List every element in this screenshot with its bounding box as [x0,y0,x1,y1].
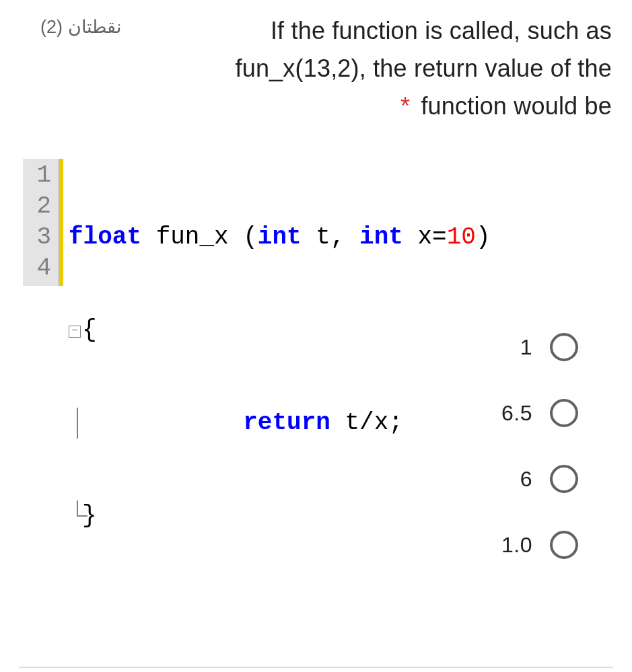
required-star-icon: * [400,92,410,120]
code-keyword: int [258,223,302,251]
code-line: float fun_x (int t, int x=10) [69,222,608,253]
code-number: 10 [447,223,476,251]
code-keyword: int [359,223,403,251]
divider [19,667,613,668]
code-snippet: 1 2 3 4 float fun_x (int t, int x=10) −{… [23,158,608,286]
code-text: t/x; [330,409,403,437]
code-brace: { [82,316,97,344]
fold-line-icon [77,500,78,517]
code-gutter: 1 2 3 4 [23,159,59,286]
question-line-1: If the function is called, such as [271,17,612,44]
code-line: -} [69,500,608,531]
fold-collapse-icon[interactable]: − [69,326,81,338]
question-line-2: fun_x(13,2), the return value of the [235,54,612,82]
code-keyword: float [69,223,141,251]
gutter-line: 2 [23,191,51,222]
code-keyword: return [243,409,330,437]
code-indent [69,409,243,437]
code-text: t, [302,223,359,251]
question-card: If the function is called, such as fun_x… [0,0,632,559]
question-line-3: function would be [421,92,612,120]
code-text: fun_x ( [141,223,258,251]
points-label: نقطتان (2) [40,16,122,38]
code-text: ) [476,223,491,251]
gutter-line: 4 [23,253,51,284]
gutter-line: 1 [23,160,51,191]
gutter-line: 3 [23,222,51,253]
fold-elbow-icon [77,515,87,517]
code-area: float fun_x (int t, int x=10) −{ return … [63,159,608,286]
question-text: If the function is called, such as fun_x… [122,12,612,124]
code-line: −{ [69,315,608,346]
question-header: If the function is called, such as fun_x… [20,12,612,124]
code-text: x= [403,223,447,251]
fold-line-icon [77,408,78,439]
code-line: return t/x; [69,408,608,439]
